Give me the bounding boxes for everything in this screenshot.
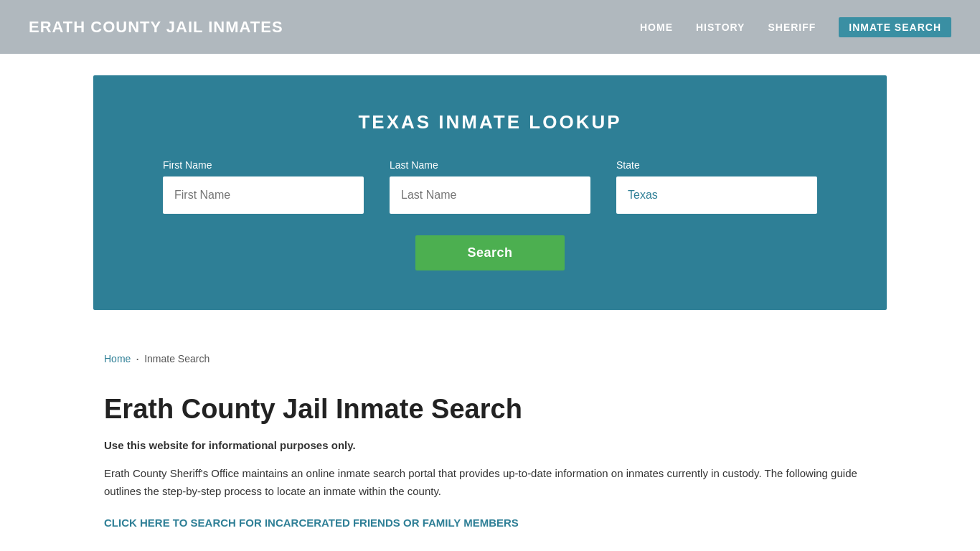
nav-inmate-search[interactable]: INMATE SEARCH [839, 17, 951, 37]
nav-sheriff[interactable]: SHERIFF [768, 22, 816, 33]
last-name-input[interactable] [390, 176, 590, 214]
description-text: Erath County Sheriff's Office maintains … [104, 464, 857, 501]
first-name-label: First Name [163, 159, 364, 171]
breadcrumb-separator: • [136, 356, 138, 362]
first-name-input[interactable] [163, 176, 364, 214]
inmate-search-link[interactable]: CLICK HERE to Search for Incarcerated Fr… [104, 517, 519, 529]
state-label: State [616, 159, 817, 171]
disclaimer-text: Use this website for informational purpo… [104, 439, 876, 451]
search-form: First Name Last Name State Search [122, 159, 858, 270]
search-fields: First Name Last Name State [122, 159, 858, 214]
last-name-group: Last Name [390, 159, 590, 214]
breadcrumb-current: Inmate Search [144, 353, 209, 364]
nav-home[interactable]: HOME [640, 22, 673, 33]
main-nav: HOME HISTORY SHERIFF INMATE SEARCH [640, 17, 951, 37]
breadcrumb-home-link[interactable]: Home [104, 353, 131, 364]
first-name-group: First Name [163, 159, 364, 214]
site-header: ERATH COUNTY JAIL INMATES HOME HISTORY S… [0, 0, 980, 54]
site-title: ERATH COUNTY JAIL INMATES [29, 18, 283, 37]
search-button[interactable]: Search [415, 235, 564, 270]
state-group: State [616, 159, 817, 214]
state-input[interactable] [616, 176, 817, 214]
main-content: Erath County Jail Inmate Search Use this… [0, 379, 980, 551]
nav-history[interactable]: HISTORY [696, 22, 745, 33]
page-title: Erath County Jail Inmate Search [104, 393, 876, 426]
last-name-label: Last Name [390, 159, 590, 171]
search-banner: TEXAS INMATE LOOKUP First Name Last Name… [93, 75, 887, 310]
search-banner-title: TEXAS INMATE LOOKUP [122, 111, 858, 133]
breadcrumb: Home • Inmate Search [0, 331, 980, 379]
